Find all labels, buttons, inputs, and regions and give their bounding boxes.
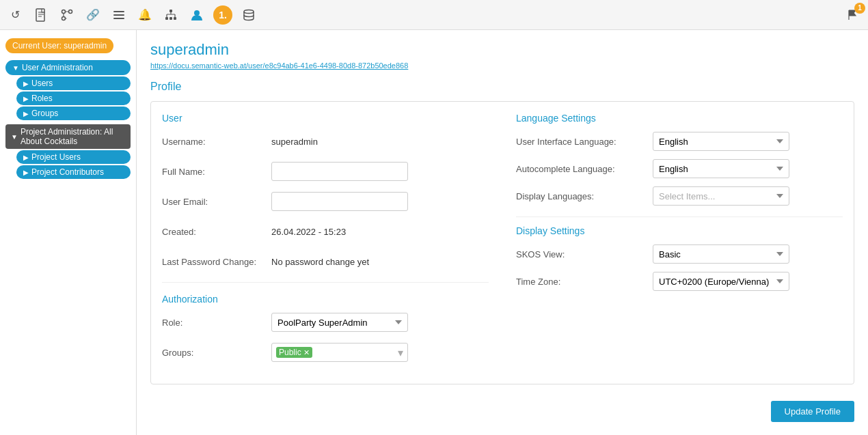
current-user-label[interactable]: Current User: superadmin xyxy=(5,38,113,53)
refresh-icon[interactable]: ↺ xyxy=(5,5,25,25)
document-icon[interactable] xyxy=(31,5,51,25)
tag-label: Public xyxy=(279,348,301,357)
groups-label: Groups xyxy=(31,109,58,118)
role-select[interactable]: PoolParty SuperAdmin xyxy=(271,313,408,332)
flag-icon[interactable]: 1 xyxy=(843,5,863,25)
svg-rect-10 xyxy=(174,17,176,20)
flag-badge: 1 xyxy=(854,3,865,14)
groups-row: Groups: Public ✕ ▾ xyxy=(162,343,489,362)
display-languages-label: Display Languages: xyxy=(516,191,653,201)
display-settings-title: Display Settings xyxy=(516,225,843,236)
fullname-input[interactable] xyxy=(271,162,408,181)
divider xyxy=(162,282,489,283)
sidebar-item-project-users[interactable]: ▶ Project Users xyxy=(16,150,131,164)
user-section-title: User xyxy=(162,113,489,124)
last-pw-label: Last Password Change: xyxy=(162,257,271,267)
users-label: Users xyxy=(31,79,53,88)
profile-section-title: Profile xyxy=(150,81,854,93)
groups-label: Groups: xyxy=(162,348,271,358)
content-area: superadmin https://docu.semantic-web.at/… xyxy=(137,30,868,435)
svg-rect-8 xyxy=(165,17,168,20)
svg-rect-9 xyxy=(169,17,172,20)
last-pw-row: Last Password Change: No password change… xyxy=(162,252,489,271)
project-contributors-label: Project Contributors xyxy=(31,167,104,177)
groups-input[interactable]: Public ✕ ▾ xyxy=(271,343,408,362)
ui-language-select-wrapper: English German French xyxy=(653,132,789,151)
tag-remove-icon[interactable]: ✕ xyxy=(303,348,310,357)
autocomplete-language-select-wrapper: English German French xyxy=(653,159,789,178)
chevron-right-icon: ▶ xyxy=(23,80,29,87)
profile-right: Language Settings User Interface Languag… xyxy=(516,113,843,373)
svg-rect-7 xyxy=(169,10,172,12)
number-icon[interactable]: 1. xyxy=(213,5,232,25)
svg-point-1 xyxy=(62,10,66,13)
language-settings: Language Settings User Interface Languag… xyxy=(516,113,843,206)
sidebar-item-roles[interactable]: ▶ Roles xyxy=(16,92,131,105)
profile-card: User Username: superadmin Full Name: Use… xyxy=(150,101,854,384)
ui-language-row: User Interface Language: English German … xyxy=(516,132,843,151)
sidebar-item-users[interactable]: ▶ Users xyxy=(16,76,131,90)
ui-language-label: User Interface Language: xyxy=(516,137,653,147)
ui-language-select[interactable]: English German French xyxy=(653,132,789,151)
auth-section-title: Authorization xyxy=(162,294,489,305)
skos-view-row: SKOS View: Basic Advanced xyxy=(516,244,843,264)
branch-icon[interactable] xyxy=(57,5,77,25)
user-section: User Username: superadmin Full Name: Use… xyxy=(162,113,489,271)
chevron-right-icon: ▶ xyxy=(23,169,29,176)
svg-point-3 xyxy=(62,16,66,20)
authorization-section: Authorization Role: PoolParty SuperAdmin… xyxy=(162,294,489,362)
list-icon[interactable] xyxy=(109,5,128,25)
sidebar-item-project-contributors[interactable]: ▶ Project Contributors xyxy=(16,165,131,179)
created-row: Created: 26.04.2022 - 15:23 xyxy=(162,222,489,241)
created-label: Created: xyxy=(162,227,271,237)
page-title: superadmin xyxy=(150,41,854,59)
count-badge: 1. xyxy=(219,10,227,20)
email-row: User Email: xyxy=(162,192,489,211)
divider2 xyxy=(516,216,843,217)
skos-view-label: SKOS View: xyxy=(516,249,653,259)
svg-point-12 xyxy=(244,10,254,13)
sidebar-section-project-admin[interactable]: ▼ Project Administration: All About Cock… xyxy=(5,124,131,149)
display-settings: Display Settings SKOS View: Basic Advanc… xyxy=(516,225,843,291)
timezone-select[interactable]: UTC+0200 (Europe/Vienna) UTC+0000 (GMT) xyxy=(653,272,789,291)
role-select-wrapper: PoolParty SuperAdmin xyxy=(271,313,408,332)
autocomplete-language-row: Autocomplete Language: English German Fr… xyxy=(516,159,843,178)
role-label: Role: xyxy=(162,318,271,328)
bell-icon[interactable]: 🔔 xyxy=(135,5,154,25)
autocomplete-language-label: Autocomplete Language: xyxy=(516,164,653,174)
autocomplete-language-select[interactable]: English German French xyxy=(653,159,789,178)
toolbar: ↺ 🔗 🔔 xyxy=(0,0,868,30)
chevron-down-icon: ▼ xyxy=(11,133,18,141)
update-profile-button[interactable]: Update Profile xyxy=(771,401,854,422)
svg-rect-4 xyxy=(113,11,124,12)
chevron-right-icon: ▶ xyxy=(23,95,29,102)
svg-rect-0 xyxy=(36,9,44,21)
timezone-select-wrapper: UTC+0200 (Europe/Vienna) UTC+0000 (GMT) xyxy=(653,272,789,291)
svg-rect-5 xyxy=(113,14,124,16)
email-input[interactable] xyxy=(271,192,408,211)
user-icon[interactable] xyxy=(187,5,206,25)
sidebar-section-user-admin[interactable]: ▼ User Administration xyxy=(5,60,131,75)
user-admin-label: User Administration xyxy=(22,63,93,72)
database-icon[interactable] xyxy=(239,5,258,25)
sidebar-item-groups[interactable]: ▶ Groups xyxy=(16,107,131,120)
project-users-label: Project Users xyxy=(31,152,81,162)
link-icon[interactable]: 🔗 xyxy=(83,5,103,25)
display-languages-row: Display Languages: Select Items... Engli… xyxy=(516,186,843,206)
last-pw-value: No password change yet xyxy=(271,257,369,267)
timezone-row: Time Zone: UTC+0200 (Europe/Vienna) UTC+… xyxy=(516,272,843,291)
display-languages-select-wrapper: Select Items... English German xyxy=(653,186,789,206)
role-row: Role: PoolParty SuperAdmin xyxy=(162,313,489,332)
skos-view-select-wrapper: Basic Advanced xyxy=(653,244,789,264)
username-row: Username: superadmin xyxy=(162,132,489,151)
public-tag: Public ✕ xyxy=(276,347,312,358)
chevron-down-icon: ▼ xyxy=(12,64,19,72)
chevron-right-icon: ▶ xyxy=(23,154,29,161)
language-settings-title: Language Settings xyxy=(516,113,843,124)
username-value: superadmin xyxy=(271,137,318,147)
hierarchy-icon[interactable] xyxy=(161,5,180,25)
fullname-row: Full Name: xyxy=(162,162,489,181)
skos-view-select[interactable]: Basic Advanced xyxy=(653,244,789,264)
page-link[interactable]: https://docu.semantic-web.at/user/e8c94a… xyxy=(150,61,854,70)
display-languages-select[interactable]: Select Items... English German xyxy=(653,186,789,206)
